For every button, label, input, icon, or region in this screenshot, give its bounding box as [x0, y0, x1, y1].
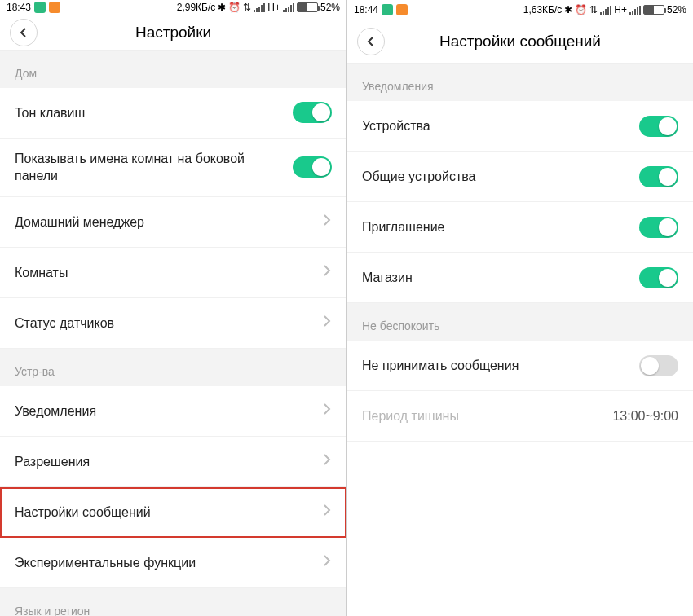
- signal-icon: [600, 6, 611, 15]
- header: Настройки сообщений: [347, 20, 693, 64]
- signal-icon: [629, 6, 641, 15]
- section-header-home: Дом: [0, 51, 346, 88]
- row-label: Тон клавиш: [15, 104, 293, 122]
- row-label: Экспериментальные функции: [15, 554, 322, 572]
- row-label: Устройства: [362, 117, 639, 135]
- row-message-settings[interactable]: Настройки сообщений: [0, 487, 346, 538]
- battery-icon: [297, 2, 318, 12]
- row-label: Настройки сообщений: [15, 504, 322, 521]
- status-time: 18:43: [7, 2, 31, 13]
- section-header-lang: Язык и регион: [0, 588, 346, 616]
- alarm-icon: ⏰: [575, 5, 587, 15]
- chevron-right-icon: [322, 265, 332, 279]
- row-permissions[interactable]: Разрешения: [0, 437, 346, 487]
- back-button[interactable]: [357, 28, 385, 55]
- section-header-devices: Устр-ва: [0, 349, 346, 386]
- row-label: Комнаты: [15, 264, 322, 282]
- row-label: Домашний менеджер: [15, 213, 322, 231]
- toggle-devices[interactable]: [639, 116, 678, 137]
- row-experimental[interactable]: Экспериментальные функции: [0, 538, 346, 588]
- row-label: Приглашение: [362, 218, 639, 236]
- toggle-keytone[interactable]: [293, 102, 332, 123]
- row-sensor-status[interactable]: Статус датчиков: [0, 298, 346, 349]
- row-store[interactable]: Магазин: [347, 253, 693, 303]
- status-time: 18:44: [354, 4, 378, 15]
- chevron-right-icon: [322, 454, 332, 469]
- row-notifications[interactable]: Уведомления: [0, 386, 346, 437]
- data-icon: ⇅: [589, 5, 598, 15]
- row-rooms[interactable]: Комнаты: [0, 248, 346, 298]
- row-label: Магазин: [362, 269, 639, 287]
- phone-left: 18:43 2,99КБ/с ✱ ⏰ ⇅ Н+ 52% Настройки До…: [0, 0, 346, 616]
- chevron-left-icon: [19, 28, 29, 37]
- phone-right: 18:44 1,63КБ/с ✱ ⏰ ⇅ Н+ 52% Настройки со…: [346, 0, 693, 616]
- status-battery: 52%: [667, 4, 686, 15]
- app-icon: [49, 2, 60, 13]
- chevron-right-icon: [322, 214, 332, 229]
- row-value: 13:00~9:00: [612, 409, 678, 424]
- row-label: Уведомления: [15, 403, 322, 420]
- chevron-right-icon: [322, 403, 332, 418]
- alarm-icon: ⏰: [228, 2, 241, 12]
- page-title: Настройки сообщений: [385, 33, 655, 51]
- toggle-shared-devices[interactable]: [639, 166, 678, 187]
- app-icon: [396, 4, 408, 15]
- status-bar: 18:43 2,99КБ/с ✱ ⏰ ⇅ Н+ 52%: [0, 0, 346, 15]
- chevron-right-icon: [322, 504, 332, 519]
- status-net-speed: 2,99КБ/с: [177, 2, 216, 13]
- row-label: Статус датчиков: [15, 315, 322, 332]
- toggle-no-messages[interactable]: [639, 355, 678, 376]
- status-net-speed: 1,63КБ/с: [523, 4, 563, 15]
- battery-icon: [643, 5, 664, 15]
- row-home-manager[interactable]: Домашний менеджер: [0, 197, 346, 248]
- page-title: Настройки: [38, 24, 309, 42]
- status-hplus: Н+: [267, 2, 280, 13]
- data-icon: ⇅: [243, 2, 251, 12]
- row-label: Разрешения: [15, 453, 322, 471]
- chevron-right-icon: [322, 315, 332, 330]
- status-battery: 52%: [320, 2, 340, 13]
- section-header-notifications: Уведомления: [347, 64, 693, 101]
- chevron-left-icon: [366, 37, 376, 46]
- row-invite[interactable]: Приглашение: [347, 202, 693, 253]
- chevron-right-icon: [322, 555, 332, 570]
- toggle-store[interactable]: [639, 267, 678, 288]
- status-bar: 18:44 1,63КБ/с ✱ ⏰ ⇅ Н+ 52%: [347, 0, 693, 20]
- row-shared-devices[interactable]: Общие устройства: [347, 152, 693, 202]
- toggle-roomnames[interactable]: [293, 156, 332, 178]
- bluetooth-icon: ✱: [564, 5, 572, 15]
- row-label: Общие устройства: [362, 168, 639, 186]
- toggle-invite[interactable]: [639, 217, 678, 238]
- row-label: Период тишины: [362, 407, 612, 425]
- header: Настройки: [0, 15, 346, 51]
- row-devices[interactable]: Устройства: [347, 101, 693, 152]
- app-icon: [382, 4, 393, 15]
- signal-icon: [283, 3, 294, 12]
- status-hplus: Н+: [614, 4, 627, 15]
- section-header-dnd: Не беспокоить: [347, 303, 693, 341]
- row-no-messages[interactable]: Не принимать сообщения: [347, 341, 693, 391]
- signal-icon: [254, 3, 265, 12]
- back-button[interactable]: [10, 19, 38, 46]
- row-label: Не принимать сообщения: [362, 357, 639, 375]
- row-roomnames[interactable]: Показывать имена комнат на боковой панел…: [0, 139, 346, 197]
- row-label: Показывать имена комнат на боковой панел…: [15, 150, 293, 185]
- row-quiet-period[interactable]: Период тишины 13:00~9:00: [347, 391, 693, 442]
- row-keytone[interactable]: Тон клавиш: [0, 88, 346, 139]
- bluetooth-icon: ✱: [218, 2, 226, 12]
- app-icon: [34, 2, 46, 13]
